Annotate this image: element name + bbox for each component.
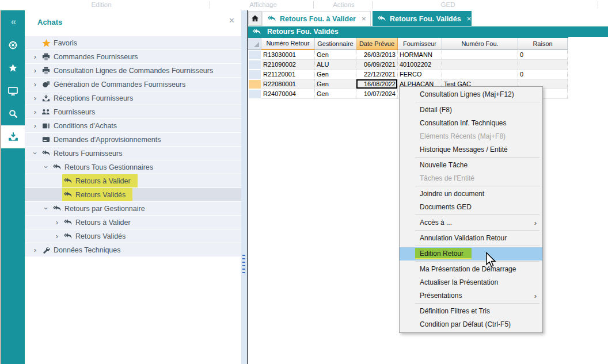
menu-item-consultation-inf-techniques[interactable]: Consultation Inf. Techniques — [400, 117, 542, 130]
column-header-numero-fou[interactable]: Numéro Fou. — [442, 38, 518, 50]
cell-raison[interactable]: 0 — [518, 70, 568, 79]
chevron-right-icon[interactable]: › — [52, 218, 62, 227]
chevron-right-icon[interactable]: › — [30, 121, 40, 130]
activity-search-button[interactable] — [1, 102, 25, 125]
menu-item-ma-presentation-de-demarrage[interactable]: Ma Présentation de Démarrage — [400, 263, 542, 276]
menu-item-nouvelle-tache[interactable]: Nouvelle Tâche — [400, 159, 542, 172]
tab-retours-fou-valides[interactable]: Retours Fou. Validés× — [373, 11, 472, 26]
nav-item-retours-a-valider[interactable]: Retours à Valider — [25, 174, 241, 188]
menu-item-joindre-un-document[interactable]: Joindre un document — [400, 187, 542, 201]
cell-gestionnaire[interactable]: Gen — [315, 89, 356, 99]
close-icon[interactable]: × — [229, 16, 234, 26]
cell-gestionnaire[interactable]: ALU — [315, 60, 356, 70]
cell-numero-fou[interactable] — [442, 70, 518, 79]
menu-item-definition-filtres-et-tris[interactable]: Définition Filtres et Tris — [400, 305, 542, 318]
cell-date-prevue[interactable]: 10/07/2024 — [356, 89, 398, 99]
cell-fournisseur[interactable]: FERCO — [398, 70, 442, 79]
chevron-right-icon[interactable]: › — [52, 232, 62, 240]
menu-item-condition-par-defaut-ctrl-f5[interactable]: Condition par Défaut (Ctrl-F5) — [400, 318, 542, 331]
row-selector[interactable] — [248, 50, 261, 60]
cell-date-prevue[interactable]: 26/03/2013 — [356, 50, 398, 60]
row-selector[interactable] — [248, 60, 261, 70]
cell-numero-retour[interactable]: R13030001 — [261, 50, 315, 60]
nav-item-consultation-lignes-de-commandes-fournisseurs[interactable]: ›Consultation Lignes de Commandes Fourni… — [25, 64, 241, 78]
menu-item-label: Détail (F8) — [420, 106, 452, 114]
home-tab[interactable] — [248, 11, 262, 26]
row-selector[interactable] — [248, 79, 261, 89]
menu-item-presentations[interactable]: Présentations› — [400, 289, 542, 302]
cell-numero-retour[interactable]: R21090002 — [261, 60, 315, 70]
tab-retours-fou-a-valider[interactable]: Retours Fou. à Valider× — [263, 11, 371, 26]
nav-item-fournisseurs[interactable]: ›Fournisseurs — [25, 105, 241, 119]
close-icon[interactable]: × — [467, 14, 472, 23]
menu-item-detail-f8[interactable]: Détail (F8) — [400, 104, 542, 117]
select-all-cell[interactable] — [248, 38, 261, 50]
activity-collapse-sidebar-button[interactable]: « — [1, 10, 25, 33]
close-icon[interactable]: × — [362, 14, 366, 23]
chevron-right-icon[interactable]: › — [30, 66, 40, 75]
activity-monitor-button[interactable] — [1, 79, 25, 102]
chevron-right-icon[interactable]: › — [30, 246, 40, 254]
cell-date-prevue[interactable]: 06/09/2021 — [356, 60, 398, 70]
nav-item-retours-valides[interactable]: Retours Validés — [25, 188, 241, 202]
cell-numero-retour[interactable]: R22080001 — [261, 79, 315, 89]
menu-item-label: Condition par Défaut (Ctrl-F5) — [420, 320, 511, 328]
menu-item-historique-messages-entite[interactable]: Historique Messages / Entité — [400, 143, 542, 156]
column-header-raison[interactable]: Raison — [518, 38, 568, 50]
cell-fournisseur[interactable]: HORMANN — [398, 50, 442, 60]
chevron-right-icon[interactable]: › — [30, 80, 40, 89]
chevron-right-icon[interactable]: › — [30, 52, 40, 61]
cell-gestionnaire[interactable]: Gen — [315, 79, 356, 89]
menu-item-actualiser-la-presentation[interactable]: Actualiser la Présentation — [400, 276, 542, 289]
menu-item-edition-retour[interactable]: Edition Retour — [400, 247, 542, 260]
row-selector[interactable] — [248, 70, 261, 79]
cell-date-prevue[interactable]: 16/08/2022 — [356, 79, 398, 89]
chevron-down-icon[interactable]: › — [30, 149, 40, 158]
menu-item-consultation-lignes-maj-f12[interactable]: Consultation Lignes (Maj+F12) — [400, 88, 542, 101]
column-header-fournisseur[interactable]: Fournisseur — [398, 38, 442, 50]
cell-numero-retour[interactable]: R21120001 — [261, 70, 315, 79]
cell-numero-retour[interactable]: R24070004 — [261, 89, 315, 99]
column-header-numero-retour[interactable]: Numéro Retour — [261, 38, 315, 50]
menu-item-acces-a[interactable]: Accès à ...› — [400, 216, 542, 229]
nav-item-demandes-d-approvisionnements[interactable]: Demandes d'Approvisionnements — [25, 133, 241, 147]
table-row[interactable]: R21120001Gen22/12/2021FERCO0 — [248, 70, 568, 79]
cell-gestionnaire[interactable]: Gen — [315, 70, 356, 79]
menu-item-annulation-validation-retour[interactable]: Annulation Validation Retour — [400, 232, 542, 245]
scrollbar-handle-icon[interactable] — [242, 255, 245, 274]
chevron-down-icon[interactable]: › — [41, 204, 51, 213]
highlighted-item-body: Retours à Valider — [62, 174, 138, 187]
table-row[interactable]: R13030001Gen26/03/2013HORMANN0 — [248, 50, 568, 60]
nav-item-retours-tous-gestionnaires[interactable]: ›Retours Tous Gestionnaires — [25, 160, 241, 174]
nav-item-retours-fournisseurs[interactable]: ›Retours Fournisseurs — [25, 147, 241, 160]
column-header-date-prevue[interactable]: Date Prévue — [356, 38, 398, 50]
row-selector[interactable] — [248, 89, 261, 99]
chevron-right-icon[interactable]: › — [30, 94, 40, 102]
nav-item-retours-a-valider[interactable]: ›Retours à Valider — [25, 216, 241, 229]
chevron-down-icon[interactable]: › — [41, 163, 51, 171]
cell-raison[interactable] — [518, 60, 568, 70]
nav-item-receptions-fournisseurs[interactable]: ›Réceptions Fournisseurs — [25, 91, 241, 105]
nav-item-retours-par-gestionnaire[interactable]: ›Retours par Gestionnaire — [25, 202, 241, 216]
cell-raison[interactable]: 0 — [518, 50, 568, 60]
activity-star-button[interactable] — [1, 56, 25, 79]
nav-item-retours-valides[interactable]: ›Retours Validés — [25, 229, 241, 243]
activity-receive-tray-button[interactable] — [1, 125, 25, 148]
chevron-right-icon[interactable]: › — [30, 108, 40, 116]
column-header-gestionnaire[interactable]: Gestionnaire — [315, 38, 356, 50]
nav-item-generation-de-commandes-fournisseurs[interactable]: ›Génération de Commandes Fournisseurs — [25, 78, 241, 91]
cell-numero-fou[interactable] — [442, 50, 518, 60]
nav-item-conditions-d-achats[interactable]: ›Conditions d'Achats — [25, 119, 241, 133]
nav-scrollbar[interactable] — [241, 10, 247, 364]
nav-item-label: Retours à Valider — [75, 177, 131, 185]
nav-item-favoris[interactable]: Favoris — [25, 36, 241, 50]
nav-item-commandes-fournisseurs[interactable]: ›Commandes Fournisseurs — [25, 50, 241, 64]
nav-item-donnees-techniques[interactable]: ›Données Techniques — [25, 243, 241, 257]
cell-numero-fou[interactable] — [442, 60, 518, 70]
cell-date-prevue[interactable]: 22/12/2021 — [356, 70, 398, 79]
activity-wheel-button[interactable] — [1, 33, 25, 56]
cell-fournisseur[interactable]: 401002202 — [398, 60, 442, 70]
menu-item-documents-ged[interactable]: Documents GED — [400, 201, 542, 214]
cell-gestionnaire[interactable]: Gen — [315, 50, 356, 60]
table-row[interactable]: R21090002ALU06/09/2021401002202 — [248, 60, 568, 70]
